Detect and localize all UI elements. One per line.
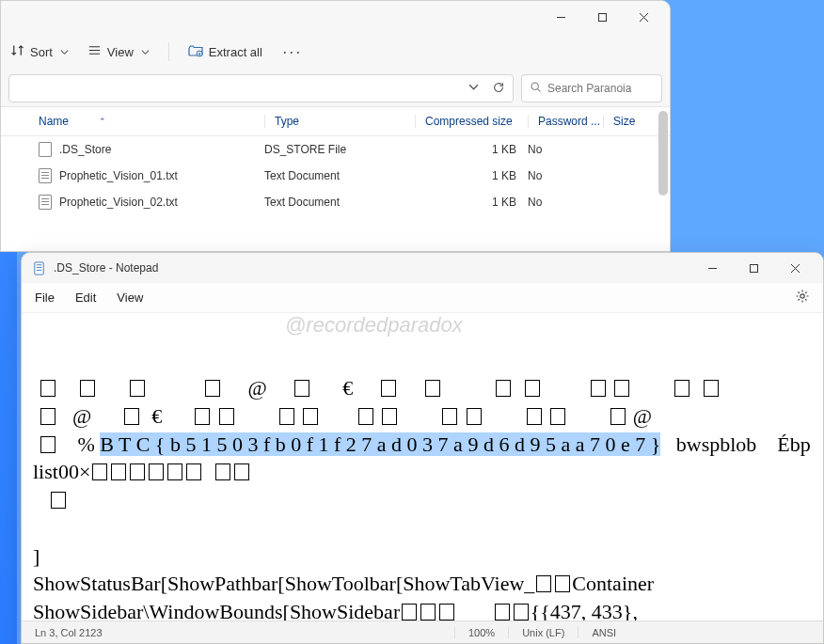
text-content: {{437, 433}, [531,600,638,620]
extract-icon [188,43,203,61]
svg-point-18 [800,294,804,298]
text-content: Container [572,572,654,595]
notepad-statusbar: Ln 3, Col 2123 100% Unix (LF) ANSI [22,620,823,643]
notepad-menubar: File Edit View [22,283,823,313]
more-button[interactable]: ··· [281,47,304,56]
table-row[interactable]: .DS_Store DS_STORE File 1 KB No [1,136,670,163]
status-zoom[interactable]: 100% [454,627,508,638]
minimize-button[interactable] [540,3,581,31]
extract-label: Extract all [209,45,262,59]
col-size[interactable]: Size [603,115,659,128]
explorer-window: Sort View Extract all ··· [0,0,671,252]
sort-icon [10,43,24,60]
status-encoding: ANSI [578,627,629,638]
maximize-button[interactable] [581,3,623,31]
extract-all-button[interactable]: Extract all [188,43,262,61]
list-header[interactable]: Name ⌃ Type Compressed size Password ...… [1,107,670,136]
text-content [400,600,456,620]
svg-rect-10 [34,261,42,274]
file-icon [39,142,52,157]
status-position: Ln 3, Col 2123 [22,627,454,638]
menu-view[interactable]: View [117,291,143,305]
notepad-text-area[interactable]: @recordedparadox @ € @ € @ % B T C { b 5… [22,313,823,620]
status-eol: Unix (LF) [508,627,578,638]
gear-icon[interactable] [795,289,810,306]
close-button[interactable] [623,3,664,31]
highlighted-flag: B T C { b 5 1 5 0 3 f b 0 f 1 f 2 7 a d … [100,432,660,456]
svg-rect-1 [598,13,606,21]
menu-edit[interactable]: Edit [75,291,96,305]
text-content [534,572,572,595]
text-content [493,600,531,620]
text-file-icon [39,168,52,183]
close-button[interactable] [774,254,816,282]
chevron-down-icon [60,45,69,59]
text-content: _ [456,600,493,620]
chevron-down-icon[interactable] [468,82,479,95]
address-bar[interactable] [8,74,514,102]
svg-line-9 [538,89,541,92]
col-password[interactable]: Password ... [528,115,603,128]
notepad-icon [31,260,46,275]
search-input[interactable] [547,82,671,95]
address-row [1,71,670,106]
chevron-down-icon [141,45,150,59]
view-label: View [107,45,134,59]
refresh-icon[interactable] [492,81,505,97]
explorer-titlebar[interactable] [1,1,670,33]
text-content: ShowStatusBar[ShowPathbar[ShowToolbar[Sh… [33,572,534,595]
watermark-text: @recordedparadox [285,313,463,339]
maximize-button[interactable] [733,254,774,282]
text-content: ShowSidebar\WindowBounds[ShowSidebar [33,600,400,620]
col-type[interactable]: Type [264,115,415,128]
sort-button[interactable]: Sort [10,43,69,60]
minimize-button[interactable] [691,254,733,282]
notepad-titlebar[interactable]: .DS_Store - Notepad [22,253,823,283]
sort-label: Sort [30,45,53,59]
notepad-title: .DS_Store - Notepad [54,261,684,275]
text-content: ] [33,544,40,568]
toolbar-divider [168,42,169,61]
text-file-icon [39,195,52,210]
menu-file[interactable]: File [35,291,55,305]
notepad-window: .DS_Store - Notepad File Edit View @reco… [21,252,824,644]
file-list: Name ⌃ Type Compressed size Password ...… [1,106,670,252]
svg-point-8 [531,83,538,89]
table-row[interactable]: Prophetic_Vision_01.txt Text Document 1 … [1,163,670,189]
search-icon [530,81,542,96]
col-compressed[interactable]: Compressed size [415,115,528,128]
col-name[interactable]: Name ⌃ [39,115,264,128]
svg-rect-15 [750,264,757,272]
table-row[interactable]: Prophetic_Vision_02.txt Text Document 1 … [1,189,670,215]
search-box[interactable] [521,74,662,102]
vertical-scrollbar[interactable] [658,111,668,196]
view-icon [87,43,102,60]
explorer-toolbar: Sort View Extract all ··· [1,33,670,71]
sort-asc-icon: ⌃ [99,117,106,126]
view-button[interactable]: View [87,43,150,60]
